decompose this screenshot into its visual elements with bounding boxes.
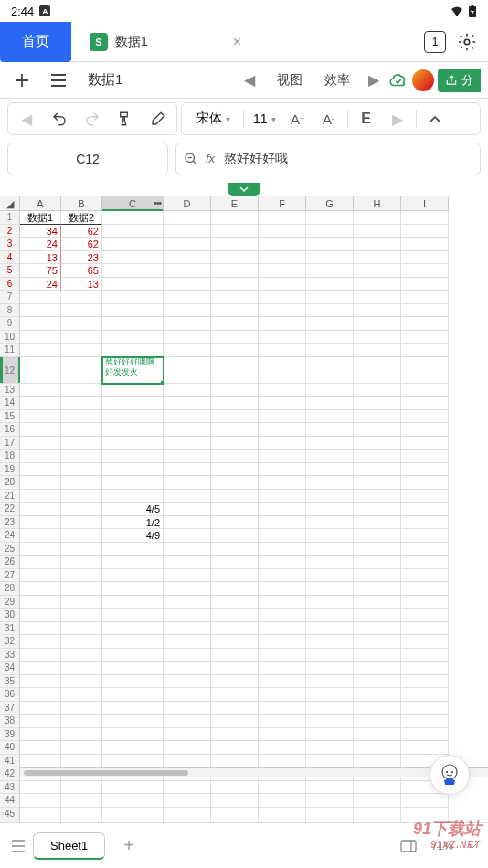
row-header-13[interactable]: 13 [0, 384, 20, 397]
col-header-C[interactable]: C••• [102, 196, 164, 211]
cell-I3[interactable] [401, 238, 449, 251]
row-header-42[interactable]: 42 [0, 767, 20, 781]
cell-F13[interactable] [259, 384, 306, 397]
cell-B5[interactable]: 65 [61, 264, 102, 278]
cell-C12[interactable]: 熬好好好哦啊好发发火 [102, 357, 164, 384]
cell-C9[interactable] [102, 317, 164, 331]
cell-A33[interactable] [20, 649, 61, 662]
cell-G4[interactable] [306, 251, 354, 265]
cell-H19[interactable] [354, 463, 401, 477]
cell-F36[interactable] [259, 688, 306, 702]
row-header-7[interactable]: 7 [0, 291, 20, 304]
cell-D5[interactable] [164, 264, 211, 278]
cell-E1[interactable] [211, 211, 259, 225]
cell-I21[interactable] [401, 490, 449, 503]
cell-H26[interactable] [354, 556, 401, 569]
cell-E28[interactable] [211, 582, 259, 596]
cell-I24[interactable] [401, 529, 449, 543]
cell-F4[interactable] [259, 251, 306, 265]
cell-G7[interactable] [306, 291, 354, 304]
cell-E8[interactable] [211, 304, 259, 318]
cell-B17[interactable] [61, 437, 102, 450]
cell-D14[interactable] [164, 397, 211, 410]
cell-A28[interactable] [20, 582, 61, 596]
cell-D19[interactable] [164, 463, 211, 477]
font-size-selector[interactable]: 11 ▾ [249, 111, 280, 126]
cell-F23[interactable] [259, 516, 306, 530]
cell-I37[interactable] [401, 702, 449, 715]
row-header-10[interactable]: 10 [0, 331, 20, 344]
col-header-G[interactable]: G [306, 196, 354, 211]
cell-F32[interactable] [259, 635, 306, 649]
cell-C37[interactable] [102, 702, 164, 715]
user-avatar[interactable] [412, 69, 434, 91]
cell-D2[interactable] [164, 225, 211, 238]
cell-I36[interactable] [401, 688, 449, 702]
cell-I6[interactable] [401, 278, 449, 291]
row-header-26[interactable]: 26 [0, 556, 20, 569]
cell-G29[interactable] [306, 596, 354, 609]
cell-H8[interactable] [354, 304, 401, 318]
cell-B43[interactable] [61, 781, 102, 795]
cell-H32[interactable] [354, 635, 401, 649]
cell-F12[interactable] [259, 357, 306, 384]
cell-F40[interactable] [259, 741, 306, 755]
col-header-I[interactable]: I [401, 196, 449, 211]
cell-I38[interactable] [401, 715, 449, 728]
row-header-9[interactable]: 9 [0, 317, 20, 331]
cell-F25[interactable] [259, 543, 306, 556]
cell-A34[interactable] [20, 662, 61, 675]
cell-H44[interactable] [354, 794, 401, 808]
cell-C4[interactable] [102, 251, 164, 265]
cell-H21[interactable] [354, 490, 401, 503]
cell-E32[interactable] [211, 635, 259, 649]
cell-F1[interactable] [259, 211, 306, 225]
cell-E26[interactable] [211, 556, 259, 569]
cell-H7[interactable] [354, 291, 401, 304]
cell-A31[interactable] [20, 622, 61, 636]
window-count[interactable]: 1 [424, 31, 446, 53]
cell-B14[interactable] [61, 397, 102, 410]
zoom-dropdown-icon[interactable] [468, 843, 477, 849]
cell-H10[interactable] [354, 331, 401, 344]
cell-C28[interactable] [102, 582, 164, 596]
row-header-5[interactable]: 5 [0, 264, 20, 278]
cell-G39[interactable] [306, 728, 354, 742]
cell-I15[interactable] [401, 410, 449, 424]
cell-I26[interactable] [401, 556, 449, 569]
cell-C31[interactable] [102, 622, 164, 636]
cell-H27[interactable] [354, 569, 401, 583]
row-header-40[interactable]: 40 [0, 741, 20, 755]
cell-E11[interactable] [211, 344, 259, 357]
cell-F17[interactable] [259, 437, 306, 450]
cell-E38[interactable] [211, 715, 259, 728]
cell-C6[interactable] [102, 278, 164, 291]
cell-D41[interactable] [164, 755, 211, 768]
cell-D22[interactable] [164, 503, 211, 516]
cell-A32[interactable] [20, 635, 61, 649]
cell-A35[interactable] [20, 675, 61, 689]
cell-D3[interactable] [164, 238, 211, 251]
cell-D15[interactable] [164, 410, 211, 424]
cell-C19[interactable] [102, 463, 164, 477]
cell-D45[interactable] [164, 808, 211, 821]
cell-I32[interactable] [401, 635, 449, 649]
font-selector[interactable]: 宋体 ▾ [189, 111, 238, 127]
cell-A43[interactable] [20, 781, 61, 795]
row-header-43[interactable]: 43 [0, 781, 20, 795]
cell-F24[interactable] [259, 529, 306, 543]
cell-D34[interactable] [164, 662, 211, 675]
cell-G38[interactable] [306, 715, 354, 728]
cell-E18[interactable] [211, 450, 259, 463]
cell-E33[interactable] [211, 649, 259, 662]
cell-B36[interactable] [61, 688, 102, 702]
row-header-38[interactable]: 38 [0, 715, 20, 728]
col-header-H[interactable]: H [354, 196, 401, 211]
cell-B16[interactable] [61, 423, 102, 437]
cell-D12[interactable] [164, 357, 211, 384]
cell-E14[interactable] [211, 397, 259, 410]
cell-F8[interactable] [259, 304, 306, 318]
cell-C29[interactable] [102, 596, 164, 609]
row-header-28[interactable]: 28 [0, 582, 20, 596]
cell-E34[interactable] [211, 662, 259, 675]
